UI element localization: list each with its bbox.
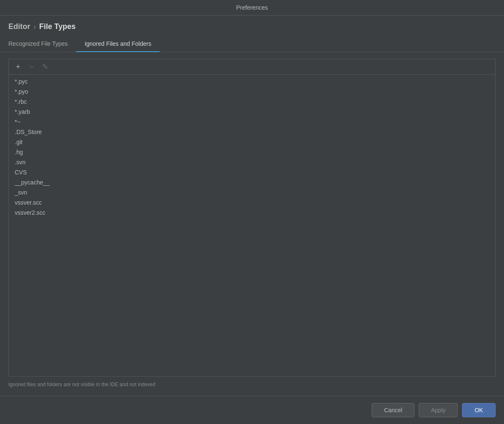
list-toolbar: + − ✎	[9, 59, 495, 75]
cancel-button[interactable]: Cancel	[372, 403, 415, 417]
info-text: Ignored files and folders are not visibl…	[8, 377, 496, 389]
list-item[interactable]: *.pyc	[9, 76, 495, 87]
tab-recognized-file-types[interactable]: Recognized File Types	[8, 36, 76, 52]
breadcrumb: Editor › File Types	[0, 16, 504, 36]
title-bar: Preferences	[0, 0, 504, 16]
tab-ignored-files-and-folders[interactable]: Ignored Files and Folders	[76, 36, 160, 52]
ok-button[interactable]: OK	[462, 403, 496, 417]
add-button[interactable]: +	[13, 62, 23, 72]
window-title: Preferences	[236, 4, 268, 11]
list-item[interactable]: CVS	[9, 167, 495, 177]
breadcrumb-separator: ›	[34, 23, 36, 31]
edit-button[interactable]: ✎	[40, 62, 50, 72]
file-list[interactable]: *.pyc*.pyo*.rbc*.yarb*~.DS_Store.git.hg.…	[9, 75, 495, 376]
list-item[interactable]: *.pyo	[9, 87, 495, 97]
list-item[interactable]: vssver2.scc	[9, 208, 495, 218]
list-item[interactable]: .hg	[9, 147, 495, 157]
remove-button[interactable]: −	[26, 62, 37, 72]
list-item[interactable]: *.rbc	[9, 97, 495, 107]
footer: Cancel Apply OK	[0, 396, 504, 424]
list-item[interactable]: .git	[9, 137, 495, 147]
tabs-container: Recognized File Types Ignored Files and …	[0, 36, 504, 52]
list-item[interactable]: .DS_Store	[9, 127, 495, 137]
list-item[interactable]: __pycache__	[9, 177, 495, 187]
apply-button[interactable]: Apply	[419, 403, 458, 417]
main-content: + − ✎ *.pyc*.pyo*.rbc*.yarb*~.DS_Store.g…	[0, 52, 504, 396]
list-item[interactable]: vssver.scc	[9, 198, 495, 208]
list-item[interactable]: .svn	[9, 157, 495, 167]
list-item[interactable]: *~	[9, 117, 495, 127]
file-list-container: + − ✎ *.pyc*.pyo*.rbc*.yarb*~.DS_Store.g…	[8, 59, 496, 377]
list-item[interactable]: _svn	[9, 187, 495, 198]
breadcrumb-editor[interactable]: Editor	[8, 22, 30, 31]
list-item[interactable]: *.yarb	[9, 107, 495, 117]
breadcrumb-current: File Types	[39, 22, 76, 31]
